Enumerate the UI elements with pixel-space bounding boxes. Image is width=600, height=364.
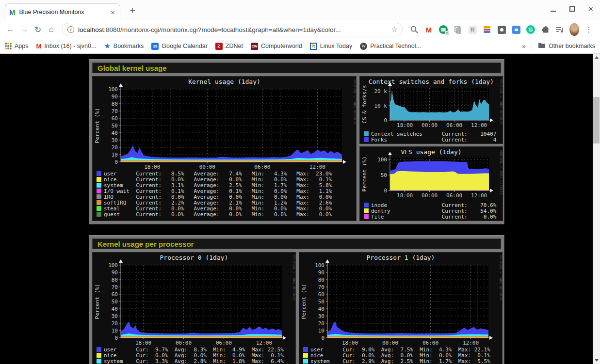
- pocket-extension-icon[interactable]: [497, 25, 506, 34]
- scroll-down-button[interactable]: [593, 357, 600, 364]
- legend-swatch: [97, 359, 101, 364]
- svg-text:12:00: 12:00: [471, 122, 487, 128]
- chart-canvas-ctx: 010 k20 k18:0000:0006:0012:00Context swi…: [360, 77, 503, 130]
- profile-avatar[interactable]: [569, 25, 579, 34]
- scrollbar-thumb[interactable]: [593, 97, 600, 143]
- processor-0-graph[interactable]: 010203040506070809010018:0000:0006:0012:…: [92, 252, 296, 364]
- reload-button[interactable]: ↻: [31, 25, 45, 35]
- monitorix-favicon: M: [9, 8, 16, 16]
- svg-text:0: 0: [384, 188, 387, 194]
- new-tab-button[interactable]: +: [126, 5, 139, 16]
- svg-text:10 k: 10 k: [374, 103, 388, 109]
- bookmark-label: Linux Today: [320, 43, 353, 49]
- svg-text:30: 30: [318, 313, 324, 319]
- svg-text:20: 20: [112, 144, 118, 151]
- bookmark-label: Inbox (16) - sjvn0...: [44, 43, 96, 49]
- svg-text:00:00: 00:00: [422, 192, 438, 199]
- legend-row-nice: nice Cur: 0.0% Avg: 0.0% Min: 0.0% Max: …: [97, 352, 295, 358]
- minimize-button[interactable]: [551, 11, 556, 12]
- context-switches-graph[interactable]: 010 k20 k18:0000:0006:0012:00Context swi…: [359, 76, 503, 144]
- svg-text:100: 100: [315, 262, 324, 269]
- site-info-icon[interactable]: i: [67, 26, 74, 33]
- kernel-usage-graph[interactable]: 010203040506070809010018:0000:0006:0012:…: [92, 76, 357, 221]
- browser-tab[interactable]: M Blue Precision Monitorix ×: [5, 3, 120, 20]
- svg-text:30: 30: [112, 313, 118, 319]
- hangouts-extension-icon[interactable]: ☎ ?: [438, 25, 448, 34]
- svg-text:100: 100: [108, 262, 118, 269]
- bookmark-bookmarks[interactable]: ★ Bookmarks: [104, 42, 144, 50]
- svg-text:18:00: 18:00: [397, 122, 413, 128]
- svg-text:06:00: 06:00: [422, 340, 438, 346]
- section-kernel-usage-per-processor: Kernel usage per processor 0102030405060…: [89, 235, 504, 364]
- legend-swatch: [303, 347, 308, 352]
- bookmarks-overflow-chevron[interactable]: »: [522, 42, 526, 50]
- zdnet-icon: Z: [215, 43, 223, 50]
- maximize-button[interactable]: [569, 6, 575, 12]
- back-button[interactable]: ←: [4, 25, 17, 34]
- extensions-puzzle-icon[interactable]: [540, 25, 550, 34]
- playlist-extension-icon[interactable]: [555, 25, 565, 34]
- wordpress-icon: W: [360, 43, 367, 50]
- meet-extension-icon[interactable]: [511, 25, 521, 34]
- svg-text:70: 70: [112, 284, 118, 290]
- section-title: Global kernel usage: [92, 63, 501, 73]
- svg-text:Percent (%): Percent (%): [94, 108, 100, 143]
- svg-text:Kernel usage (1day): Kernel usage (1day): [188, 78, 260, 85]
- linux-today-icon: lt: [310, 43, 317, 50]
- svg-text:RRDTOOL / TOBI OETIKER: RRDTOOL / TOBI OETIKER: [292, 255, 295, 301]
- star-icon: ★: [104, 42, 110, 50]
- bookmark-apps[interactable]: Apps: [5, 43, 29, 49]
- legend-row-nice: nice Current: 0.0% Average: 0.0% Min: 0.…: [97, 176, 356, 182]
- gmail-extension-icon[interactable]: M: [424, 25, 434, 34]
- search-extension-icon[interactable]: [409, 25, 419, 34]
- svg-text:70: 70: [112, 108, 118, 114]
- svg-text:0: 0: [384, 117, 387, 124]
- close-window-button[interactable]: ×: [588, 6, 593, 12]
- legend-swatch: [303, 353, 308, 358]
- home-button[interactable]: ⌂: [45, 25, 58, 34]
- tab-close-icon[interactable]: ×: [110, 8, 116, 16]
- chart-canvas-p0: 010203040506070809010018:0000:0006:0012:…: [93, 253, 295, 346]
- forward-button[interactable]: →: [17, 25, 31, 34]
- other-bookmarks[interactable]: Other bookmarks: [538, 42, 595, 50]
- bookmark-linux-today[interactable]: lt Linux Today: [310, 43, 353, 50]
- bookmark-inbox[interactable]: M Inbox (16) - sjvn0...: [36, 43, 97, 50]
- legend-swatch: [364, 214, 369, 219]
- legend-swatch: [97, 347, 101, 352]
- svg-text:VFS usage (1day): VFS usage (1day): [401, 148, 461, 156]
- grammarly-extension-icon[interactable]: G: [526, 25, 535, 34]
- svg-text:50: 50: [112, 299, 118, 305]
- grammarly-g-glyph: G: [526, 25, 535, 34]
- vfs-usage-graph[interactable]: 05010018:0000:0006:0012:00VFS usage (1da…: [359, 146, 503, 221]
- chart-canvas-vfs: 05010018:0000:0006:0012:00VFS usage (1da…: [360, 147, 503, 201]
- processor-1-graph[interactable]: 010203040506070809010018:0000:0006:0012:…: [299, 252, 503, 364]
- svg-text:12:00: 12:00: [309, 164, 325, 170]
- bookmark-zdnet[interactable]: Z ZDNet: [215, 43, 243, 50]
- bookmark-computerworld[interactable]: CW Computerworld: [251, 43, 302, 50]
- copy-extension-icon[interactable]: [453, 25, 463, 34]
- address-bar[interactable]: i localhost:8080/monitorix-cgi/monitorix…: [62, 23, 403, 36]
- chart-legend: user Cur: 9.0% Avg: 7.5% Min: 4.3% Max: …: [299, 346, 502, 364]
- svg-text:60: 60: [318, 291, 324, 298]
- books-extension-icon[interactable]: [482, 25, 492, 34]
- svg-text:40: 40: [318, 306, 324, 312]
- svg-text:Percent (%): Percent (%): [301, 284, 307, 319]
- bookmark-google-calendar[interactable]: 28 Google Calendar: [151, 43, 208, 50]
- svg-text:40: 40: [112, 306, 118, 312]
- svg-text:20: 20: [112, 320, 118, 327]
- svg-text:50: 50: [318, 299, 324, 305]
- legend-row-forks: Forks Current: 4: [364, 137, 503, 142]
- legend-row-system: system Cur: 3.3% Avg: 2.8% Min: 1.8% Max…: [97, 358, 295, 364]
- svg-text:80: 80: [112, 101, 118, 107]
- legend-swatch: [97, 189, 101, 193]
- scroll-up-button[interactable]: [593, 54, 600, 61]
- legend-swatch: [303, 359, 308, 364]
- bookmark-star-icon[interactable]: ☆: [391, 25, 398, 34]
- bookmark-practical-technology[interactable]: W Practical Technol...: [360, 43, 421, 50]
- r-extension-icon[interactable]: R: [468, 25, 477, 34]
- svg-text:80: 80: [318, 277, 324, 283]
- apps-grid-icon: [5, 43, 12, 49]
- browser-menu-icon[interactable]: ⋮: [584, 25, 594, 34]
- svg-text:06:00: 06:00: [254, 164, 270, 170]
- page-scrollbar[interactable]: [593, 54, 600, 364]
